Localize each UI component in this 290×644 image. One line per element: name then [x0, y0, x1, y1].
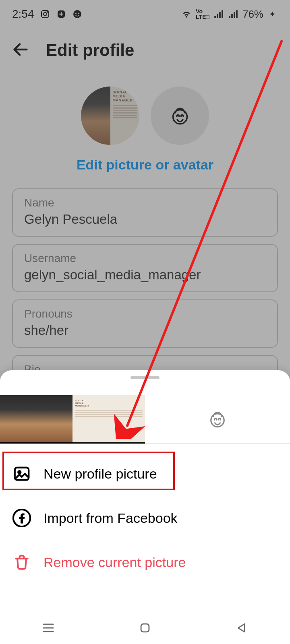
svg-point-5 [75, 12, 76, 14]
profile-picture[interactable]: SOCIAL MEDIA MANAGER [81, 87, 139, 145]
recent-apps-button[interactable] [39, 619, 57, 637]
page-title: Edit profile [46, 41, 134, 60]
mini-profile-picture: SOCIAL MEDIA MANAGER [56, 403, 89, 436]
remove-picture-label: Remove current picture [44, 555, 186, 570]
svg-rect-8 [217, 14, 218, 18]
signal-icon-2 [228, 9, 238, 19]
home-button[interactable] [136, 619, 154, 637]
status-time: 2:54 [12, 8, 34, 21]
profile-fields: Name Gelyn Pescuela Username gelyn_socia… [12, 188, 278, 393]
face-icon [72, 9, 83, 19]
svg-point-18 [18, 471, 21, 473]
signal-icon-1 [213, 9, 224, 19]
svg-point-6 [78, 12, 79, 14]
username-field[interactable]: Username gelyn_social_media_manager [12, 244, 278, 292]
instagram-icon [40, 9, 50, 19]
profile-picture-row: SOCIAL MEDIA MANAGER [0, 87, 290, 145]
pronouns-field[interactable]: Pronouns she/her [12, 299, 278, 348]
svg-rect-9 [219, 12, 221, 18]
svg-rect-14 [236, 10, 238, 18]
facebook-icon [12, 508, 31, 528]
new-profile-picture-option[interactable]: New profile picture [12, 452, 278, 496]
pronouns-value: she/her [24, 323, 266, 338]
drag-handle[interactable] [130, 376, 160, 379]
new-profile-picture-label: New profile picture [44, 466, 157, 482]
import-facebook-label: Import from Facebook [44, 510, 178, 526]
svg-rect-12 [231, 14, 233, 18]
trash-icon [12, 553, 31, 572]
name-label: Name [24, 196, 266, 209]
battery-text: 76% [242, 8, 263, 21]
tab-picture[interactable]: SOCIAL MEDIA MANAGER [0, 395, 145, 443]
username-value: gelyn_social_media_manager [24, 267, 266, 283]
name-value: Gelyn Pescuela [24, 212, 266, 227]
sheet-tabs: SOCIAL MEDIA MANAGER [0, 395, 290, 444]
tab-avatar[interactable] [145, 395, 290, 443]
image-icon [12, 464, 31, 483]
status-bar: 2:54 VoLTE□ [0, 0, 290, 28]
app-icon [56, 9, 66, 19]
svg-rect-7 [214, 16, 216, 18]
svg-point-2 [47, 12, 48, 12]
username-label: Username [24, 252, 266, 265]
back-button[interactable] [233, 619, 251, 637]
pronouns-label: Pronouns [24, 308, 266, 320]
svg-rect-13 [234, 12, 235, 18]
svg-rect-11 [229, 16, 230, 18]
svg-rect-10 [222, 10, 223, 18]
system-nav-bar [0, 612, 290, 644]
svg-point-1 [44, 12, 47, 16]
avatar-face-icon [207, 409, 228, 430]
charging-icon [267, 9, 278, 19]
remove-picture-option[interactable]: Remove current picture [12, 540, 278, 584]
edit-picture-link[interactable]: Edit picture or avatar [77, 157, 213, 172]
picture-options-sheet: SOCIAL MEDIA MANAGER [0, 370, 290, 644]
header: Edit profile [0, 34, 290, 66]
back-icon[interactable] [11, 40, 30, 60]
name-field[interactable]: Name Gelyn Pescuela [12, 188, 278, 237]
svg-rect-20 [141, 624, 149, 632]
svg-point-4 [73, 10, 81, 18]
import-facebook-option[interactable]: Import from Facebook [12, 496, 278, 540]
avatar-placeholder[interactable] [151, 87, 209, 145]
volte-icon: VoLTE□ [196, 8, 209, 20]
wifi-icon [181, 9, 192, 19]
